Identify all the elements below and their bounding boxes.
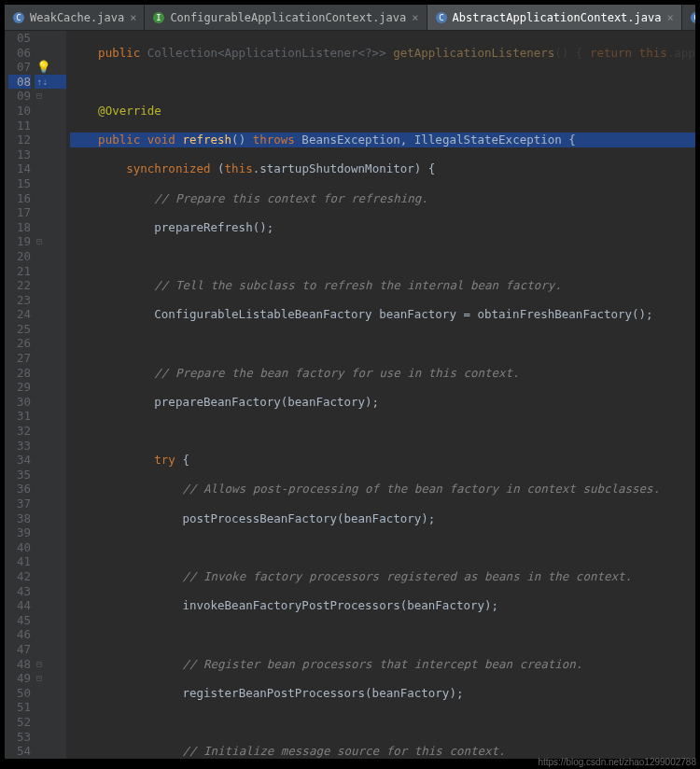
line-number: 49 <box>8 671 31 686</box>
line-number: 50 <box>8 686 31 701</box>
line-number: 22 <box>8 278 31 293</box>
java-class-icon: C <box>12 11 25 24</box>
code-line <box>70 540 695 555</box>
line-number: 33 <box>8 439 31 454</box>
code-line: try { <box>70 453 695 468</box>
code-line: prepareRefresh(); <box>70 220 695 235</box>
code-content[interactable]: public Collection<ApplicationListener<?>… <box>66 31 695 759</box>
svg-text:C: C <box>693 13 695 22</box>
line-number: 11 <box>8 119 31 133</box>
line-number: 45 <box>8 613 31 628</box>
tab-configurableappctx[interactable]: I ConfigurableApplicationContext.java × <box>145 5 427 30</box>
lightbulb-icon[interactable]: 💡 <box>36 60 51 75</box>
line-number: 29 <box>8 380 31 395</box>
line-number: 13 <box>8 147 31 162</box>
code-line: // Invoke factory processors registered … <box>70 569 695 584</box>
line-number: 44 <box>8 598 31 613</box>
line-number: 08 <box>8 75 31 90</box>
fold-icon[interactable]: ⊟ <box>36 234 42 249</box>
code-line: public Collection<ApplicationListener<?>… <box>70 46 695 61</box>
tab-label: WeakCache.java <box>30 11 124 24</box>
code-line: // Tell the subclass to refresh the inte… <box>70 278 695 293</box>
code-line: ConfigurableListableBeanFactory beanFact… <box>70 307 695 322</box>
line-number: 53 <box>8 730 31 745</box>
line-number: 26 <box>8 336 31 351</box>
watermark: https://blog.csdn.net/zhao1299002788 <box>538 757 696 767</box>
line-number: 37 <box>8 496 31 511</box>
gutter-marks: 💡 ⇡⇣ ⊟ ⊟ ⊟ ⊟ <box>35 31 66 759</box>
line-number: 34 <box>8 453 31 468</box>
code-line: // Prepare the bean factory for use in t… <box>70 366 695 381</box>
override-down-icon[interactable]: ⇣ <box>42 75 48 90</box>
code-line <box>70 715 695 730</box>
code-line: // Allows post-processing of the bean fa… <box>70 482 695 496</box>
tab-weakcache[interactable]: C WeakCache.java × <box>5 5 145 30</box>
tab-label: ConfigurableApplicationContext.java <box>170 11 406 24</box>
code-line <box>70 336 695 351</box>
line-number: 52 <box>8 715 31 730</box>
line-number: 16 <box>8 191 31 206</box>
fold-icon[interactable]: ⊟ <box>36 657 42 672</box>
code-line: registerBeanPostProcessors(beanFactory); <box>70 686 695 701</box>
line-number: 32 <box>8 424 31 439</box>
line-number: 19 <box>8 234 31 249</box>
line-number: 17 <box>8 205 31 220</box>
java-class-icon: C <box>435 11 448 24</box>
line-number: 27 <box>8 351 31 366</box>
line-number: 30 <box>8 395 31 410</box>
line-number: 41 <box>8 554 31 569</box>
line-number: 48 <box>8 657 31 672</box>
code-line <box>70 75 695 90</box>
code-line <box>70 424 695 439</box>
code-line: postProcessBeanFactory(beanFactory); <box>70 511 695 526</box>
tab-abstractappctx[interactable]: C AbstractApplicationContext.java × <box>427 5 682 30</box>
code-line <box>70 249 695 264</box>
svg-text:C: C <box>16 13 21 22</box>
tab-embeddedwe[interactable]: C EmbeddedWe <box>682 5 695 30</box>
java-class-icon: C <box>690 11 695 24</box>
line-number: 12 <box>8 133 31 147</box>
close-icon[interactable]: × <box>412 11 418 24</box>
fold-icon[interactable]: ⊟ <box>36 671 42 686</box>
tab-bar: C WeakCache.java × I ConfigurableApplica… <box>5 5 695 31</box>
line-number: 28 <box>8 366 31 381</box>
line-number: 39 <box>8 525 31 540</box>
line-number: 51 <box>8 700 31 715</box>
line-number: 06 <box>8 46 31 61</box>
line-number: 47 <box>8 642 31 657</box>
code-area[interactable]: 05 06 07 08 09 10 11 12 13 14 15 16 17 1… <box>5 31 695 759</box>
line-number: 18 <box>8 220 31 235</box>
line-number: 23 <box>8 293 31 308</box>
line-number: 25 <box>8 322 31 337</box>
code-line: // Register bean processors that interce… <box>70 657 695 672</box>
line-number: 09 <box>8 89 31 104</box>
code-line: @Override <box>70 104 695 119</box>
tab-label: AbstractApplicationContext.java <box>453 11 662 24</box>
line-number: 35 <box>8 468 31 482</box>
svg-text:C: C <box>439 13 443 22</box>
line-number: 38 <box>8 511 31 526</box>
line-number: 54 <box>8 744 31 759</box>
line-number: 15 <box>8 176 31 191</box>
code-line: synchronized (this.startupShutdownMonito… <box>70 161 695 176</box>
line-number: 05 <box>8 31 31 46</box>
code-line: prepareBeanFactory(beanFactory); <box>70 395 695 410</box>
java-interface-icon: I <box>152 11 165 24</box>
line-number: 20 <box>8 249 31 264</box>
line-number: 43 <box>8 584 31 599</box>
line-number: 07 <box>8 60 31 75</box>
line-number: 42 <box>8 569 31 584</box>
code-line <box>70 627 695 642</box>
svg-text:I: I <box>157 13 161 22</box>
line-number: 31 <box>8 409 31 424</box>
line-number: 21 <box>8 264 31 279</box>
line-number: 36 <box>8 482 31 496</box>
fold-icon[interactable]: ⊟ <box>36 89 42 104</box>
editor-frame: C WeakCache.java × I ConfigurableApplica… <box>4 4 696 760</box>
code-line: invokeBeanFactoryPostProcessors(beanFact… <box>70 598 695 613</box>
line-number-gutter: 05 06 07 08 09 10 11 12 13 14 15 16 17 1… <box>5 31 35 759</box>
close-icon[interactable]: × <box>130 11 136 24</box>
close-icon[interactable]: × <box>666 11 673 24</box>
line-number: 46 <box>8 627 31 642</box>
code-line: // Prepare this context for refreshing. <box>70 191 695 206</box>
